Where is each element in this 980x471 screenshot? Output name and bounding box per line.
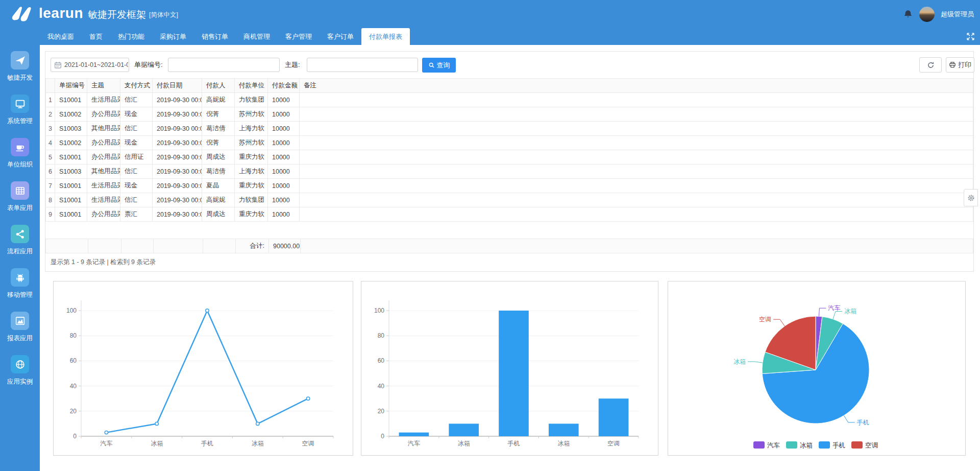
- payment-report-panel: 单据编号: 主题: 查询 打印 单据编号主题支付方式付款日期付款人付款单位付款金…: [45, 51, 974, 272]
- table-cell: S10002: [55, 107, 87, 122]
- tab-item-3[interactable]: 采购订单: [152, 28, 194, 45]
- legend-item[interactable]: 汽车: [753, 441, 780, 449]
- table-cell: [300, 107, 973, 122]
- column-header[interactable]: 付款人: [202, 79, 235, 93]
- column-header[interactable]: 主题: [87, 79, 120, 93]
- legend-item[interactable]: 手机: [819, 441, 845, 449]
- sidebar-item-6[interactable]: 报表应用: [0, 312, 40, 343]
- table-row[interactable]: 9S10001办公用品采购票汇2019-09-30 00:00:00周成达重庆力…: [46, 207, 973, 222]
- column-header[interactable]: 支付方式: [120, 79, 153, 93]
- svg-text:20: 20: [70, 408, 77, 415]
- table-cell: 苏州力软: [235, 107, 268, 122]
- tab-item-8[interactable]: 付款单报表: [361, 28, 410, 45]
- table-row[interactable]: 5S10001办公用品采购信用证2019-09-30 00:00:00周成达重庆…: [46, 150, 973, 164]
- tab-item-0[interactable]: 我的桌面: [40, 28, 82, 45]
- table-cell: S10001: [55, 93, 87, 107]
- sidebar-item-label: 单位组织: [0, 160, 40, 169]
- table-cell: 高妮妮: [202, 93, 235, 107]
- bar-chart: 020406080100汽车冰箱手机冰箱空调: [361, 281, 658, 456]
- chart-area-icon: [11, 312, 29, 330]
- grid-table-icon: [11, 181, 29, 200]
- sidebar-item-0[interactable]: 敏捷开发: [0, 51, 40, 82]
- sidebar-item-2[interactable]: 单位组织: [0, 138, 40, 169]
- row-number: 9: [46, 207, 55, 222]
- tab-item-5[interactable]: 商机管理: [236, 28, 278, 45]
- summary-cell: [121, 239, 154, 253]
- legend-item[interactable]: 冰箱: [786, 441, 813, 449]
- table-cell: 信用证: [120, 150, 153, 164]
- table-row[interactable]: 8S10001生活用品采购信汇2019-09-30 00:00:00高妮妮力软集…: [46, 193, 973, 207]
- date-range-value[interactable]: [64, 61, 128, 68]
- tab-item-1[interactable]: 首页: [82, 28, 110, 45]
- locale-label: [简体中文]: [149, 11, 178, 19]
- printer-icon: [949, 61, 956, 68]
- table-cell: 办公用品采购: [87, 107, 120, 122]
- user-avatar[interactable]: [919, 7, 935, 22]
- legend-item[interactable]: 空调: [851, 441, 878, 449]
- table-cell: 重庆力软: [235, 150, 268, 164]
- table-cell: 2019-09-30 00:00:00: [153, 207, 202, 222]
- table-cell: 2019-09-30 00:00:00: [153, 136, 202, 150]
- table-cell: [300, 136, 973, 150]
- table-cell: 信汇: [120, 93, 153, 107]
- column-header[interactable]: 备注: [300, 79, 973, 93]
- table-cell: 力软集团: [235, 193, 268, 207]
- sidebar-item-7[interactable]: 应用实例: [0, 355, 40, 386]
- sidebar-item-1[interactable]: 系统管理: [0, 95, 40, 126]
- column-header[interactable]: 付款金额: [268, 79, 300, 93]
- svg-text:60: 60: [70, 357, 77, 364]
- table-cell: 力软集团: [235, 93, 268, 107]
- refresh-icon: [927, 61, 935, 69]
- table-row[interactable]: 2S10002办公用品采购现金2019-09-30 00:00:00倪菁苏州力软…: [46, 107, 973, 122]
- svg-text:0: 0: [73, 433, 77, 440]
- table-cell: 10000: [268, 179, 300, 193]
- column-header[interactable]: 付款日期: [153, 79, 202, 93]
- svg-text:手机: 手机: [832, 442, 845, 449]
- fullscreen-icon[interactable]: [966, 32, 975, 41]
- sidebar-item-5[interactable]: 移动管理: [0, 268, 40, 299]
- table-cell: [300, 207, 973, 222]
- svg-text:冰箱: 冰箱: [800, 442, 813, 449]
- tab-item-2[interactable]: 热门功能: [110, 28, 152, 45]
- svg-text:空调: 空调: [759, 316, 771, 323]
- paper-plane-icon: [11, 51, 29, 69]
- order-no-input[interactable]: [168, 58, 280, 72]
- sidebar-item-3[interactable]: 表单应用: [0, 181, 40, 213]
- tab-item-6[interactable]: 客户管理: [278, 28, 320, 45]
- svg-text:100: 100: [66, 307, 77, 314]
- order-no-label: 单据编号:: [134, 58, 163, 72]
- settings-gear-button[interactable]: [964, 189, 978, 206]
- date-range-input[interactable]: [51, 58, 129, 72]
- table-cell: 2019-09-30 00:00:00: [153, 193, 202, 207]
- table-cell: 办公用品采购: [87, 150, 120, 164]
- print-button[interactable]: 打印: [946, 57, 974, 73]
- subject-input[interactable]: [307, 58, 418, 72]
- table-row[interactable]: 6S10003其他用品采购信汇2019-09-30 00:00:00葛洁倩上海力…: [46, 164, 973, 179]
- notification-bell-icon[interactable]: [903, 9, 913, 19]
- search-button[interactable]: 查询: [422, 58, 456, 73]
- table-cell: 生活用品采购: [87, 179, 120, 193]
- tab-item-7[interactable]: 客户订单: [320, 28, 361, 45]
- summary-cell: [203, 239, 236, 253]
- table-cell: 信汇: [120, 164, 153, 179]
- column-header[interactable]: 付款单位: [235, 79, 268, 93]
- table-cell: 2019-09-30 00:00:00: [153, 122, 202, 136]
- svg-text:汽车: 汽车: [407, 440, 420, 447]
- tab-item-4[interactable]: 销售订单: [194, 28, 236, 45]
- table-row[interactable]: 4S10002办公用品采购现金2019-09-30 00:00:00倪菁苏州力软…: [46, 136, 973, 150]
- sidebar-item-4[interactable]: 流程应用: [0, 225, 40, 256]
- header-right: 超级管理员: [903, 0, 974, 28]
- table-cell: 10000: [268, 136, 300, 150]
- app-header: learun | 敏捷开发框架 [简体中文] 超级管理员: [0, 0, 980, 28]
- table-row[interactable]: 3S10003其他用品采购信汇2019-09-30 00:00:00葛洁倩上海力…: [46, 122, 973, 136]
- column-header[interactable]: 单据编号: [55, 79, 87, 93]
- sidebar-item-label: 流程应用: [0, 247, 40, 256]
- tab-bar: 我的桌面首页热门功能采购订单销售订单商机管理客户管理客户订单付款单报表: [0, 28, 980, 45]
- subject-label: 主题:: [285, 58, 300, 72]
- refresh-button[interactable]: [919, 57, 942, 73]
- table-row[interactable]: 1S10001生活用品采购信汇2019-09-30 00:00:00高妮妮力软集…: [46, 93, 973, 107]
- table-cell: 信汇: [120, 193, 153, 207]
- table-cell: S10001: [55, 193, 87, 207]
- summary-cell: [301, 239, 973, 253]
- table-row[interactable]: 7S10001生活用品采购现金2019-09-30 00:00:00夏晶重庆力软…: [46, 179, 973, 193]
